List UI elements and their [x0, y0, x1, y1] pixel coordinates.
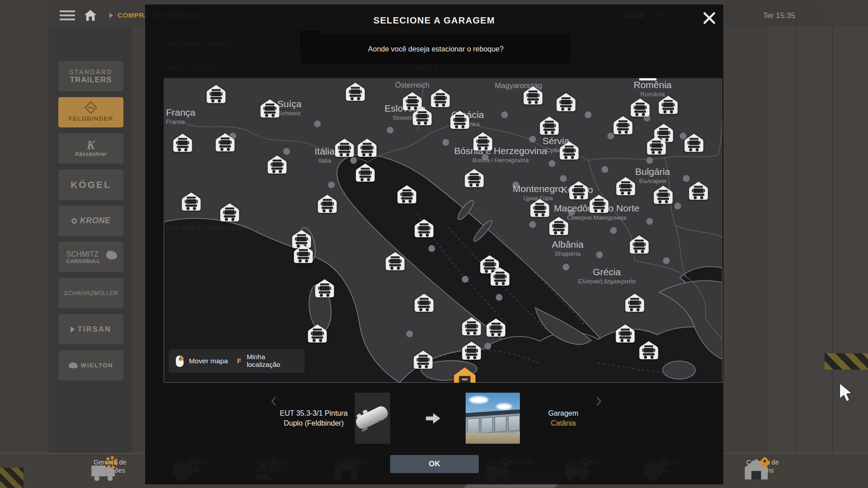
sidebar-brand-wielton[interactable]: WIELTON: [58, 350, 123, 380]
city-dot: [328, 181, 335, 188]
garage-marker-icon[interactable]: [464, 169, 485, 188]
arrow-right-icon: [425, 412, 441, 425]
nav-compra-de-garagens[interactable]: Compra de garagens: [722, 452, 793, 481]
city-dot: [501, 111, 508, 118]
my-location-label[interactable]: Minha localização: [247, 353, 297, 369]
garage-marker-icon[interactable]: [658, 95, 679, 114]
garage-marker-icon[interactable]: [556, 92, 576, 112]
sidebar-brand-krone[interactable]: KRONE: [58, 206, 123, 236]
garage-marker-icon[interactable]: [629, 235, 650, 254]
garage-marker-icon[interactable]: [413, 350, 434, 369]
garage-marker-icon[interactable]: [396, 184, 417, 204]
country-name: Romênia: [633, 80, 671, 90]
hamburger-menu-icon[interactable]: [60, 10, 75, 21]
garage-marker-icon[interactable]: [615, 176, 636, 196]
garage-photo: [466, 393, 520, 444]
garage-marker-icon[interactable]: [646, 136, 667, 155]
sidebar-brand-kogel[interactable]: KÖGEL: [58, 169, 123, 200]
city-dot: [387, 127, 393, 133]
garage-marker-icon[interactable]: [334, 138, 355, 157]
garage-marker-icon[interactable]: [307, 324, 328, 343]
sidebar-brand-feldbinder[interactable]: FFBFELDBINDER: [58, 97, 123, 127]
home-icon[interactable]: [83, 8, 98, 23]
garage-marker-icon[interactable]: [206, 84, 226, 104]
country-name: Suíça: [277, 99, 302, 109]
city-dot: [529, 136, 536, 142]
garage-marker-icon[interactable]: [589, 194, 609, 213]
map-edge-marker: [639, 78, 656, 80]
garage-marker-icon[interactable]: [486, 318, 506, 338]
garage-marker-icon[interactable]: [414, 218, 434, 238]
garage-marker-icon[interactable]: [317, 194, 338, 213]
garage-marker-icon[interactable]: [684, 133, 704, 152]
garage-marker-icon[interactable]: [568, 181, 589, 200]
garage-marker-icon[interactable]: [355, 163, 376, 182]
garage-marker-icon[interactable]: [461, 341, 482, 361]
garage-marker-icon[interactable]: [559, 141, 580, 160]
city-dot: [406, 331, 413, 338]
garage-marker-icon[interactable]: [412, 107, 433, 126]
country-label-albania: AlbâniaShqipëria: [552, 239, 584, 257]
krone-ring-icon: [71, 218, 77, 224]
garage-marker-icon[interactable]: [472, 131, 493, 151]
garage-marker-icon[interactable]: [215, 132, 236, 152]
garage-marker-icon[interactable]: [490, 267, 510, 286]
country-name: Österreich: [395, 80, 429, 89]
garage-marker-icon[interactable]: [293, 244, 314, 263]
garage-marker-icon[interactable]: [172, 133, 193, 152]
garage-marker-icon[interactable]: [624, 293, 645, 312]
move-map-label: Mover mapa: [189, 357, 228, 365]
close-icon[interactable]: [702, 11, 717, 25]
dialog-title: SELECIONE A GARAGEM: [145, 15, 723, 26]
garage-marker-icon[interactable]: [414, 293, 434, 312]
garage-marker-icon[interactable]: [314, 279, 335, 298]
garage-map[interactable]: ÖsterreichMagyarországRomêniaRomâniaSuíç…: [164, 78, 722, 383]
trailer-photo: [355, 393, 390, 444]
ok-button[interactable]: OK: [390, 455, 479, 473]
city-dot: [443, 139, 449, 145]
garage-marker-icon[interactable]: [548, 216, 569, 235]
garage-marker-icon[interactable]: [529, 198, 550, 218]
sidebar-brand-kassbohrer[interactable]: KKässbohrer: [58, 133, 123, 164]
garage-marker-icon[interactable]: [430, 88, 451, 108]
garage-marker-icon[interactable]: [461, 317, 482, 336]
nav-gerente-de-caminhoes[interactable]: Gerente de caminhões: [69, 452, 141, 481]
garage-marker-icon[interactable]: [219, 203, 240, 222]
sidebar-brand-schmitz[interactable]: SCHMITZCARGOBULL: [58, 242, 123, 272]
garage-marker-icon[interactable]: [638, 340, 659, 360]
garage-marker-icon[interactable]: [385, 252, 406, 271]
garage-marker-icon[interactable]: [449, 110, 470, 129]
garage-marker-icon[interactable]: [613, 115, 633, 135]
city-dot: [283, 148, 290, 155]
ghost-text: EUT 35.3-3/1 Pintura Duplo: [165, 224, 249, 231]
garage-marker-icon[interactable]: [653, 185, 674, 205]
feldbinder-diamond-icon: FFB: [85, 101, 97, 113]
garage-marker-icon[interactable]: [181, 192, 202, 211]
garage-marker-icon[interactable]: [539, 116, 560, 136]
garage-marker-icon[interactable]: [615, 324, 636, 343]
breadcrumb-caret-icon: [109, 13, 113, 18]
city-dot: [314, 121, 321, 127]
sidebar-brand-schwarzmuller[interactable]: SCHWARZMÜLLER: [58, 278, 123, 308]
country-name: Albânia: [552, 239, 584, 250]
garage-marker-icon[interactable]: [523, 85, 543, 105]
garage-marker-icon[interactable]: [259, 99, 280, 118]
chevron-right-icon[interactable]: [596, 396, 602, 406]
hazard-stripes: [825, 353, 868, 370]
key-hint-f[interactable]: F: [237, 357, 241, 365]
garage-marker-icon[interactable]: [688, 181, 709, 201]
tirsan-arrow-icon: [71, 326, 75, 333]
sidebar-brand-tirsan[interactable]: TIRSAN: [58, 314, 123, 344]
sidebar-brand-standard-trailers[interactable]: STANDARDTRAILERS: [58, 61, 123, 91]
selected-garage-marker-icon[interactable]: [453, 366, 477, 383]
brand-label: CARGOBULL: [66, 258, 100, 264]
garage-marker-icon[interactable]: [630, 98, 651, 117]
garage-marker-icon[interactable]: [267, 155, 288, 174]
brand-label: KRONE: [80, 216, 111, 225]
select-garage-dialog: SELECIONE A GARAGEM Aonde você deseja es…: [145, 5, 723, 484]
garage-label: Garagem: [548, 409, 579, 418]
garage-marker-icon[interactable]: [345, 82, 366, 102]
garage-marker-icon[interactable]: [357, 138, 377, 157]
city-dot: [562, 263, 569, 270]
selection-strip: EUT 35.3-3/1 Pintura Duplo (Feldbinder): [266, 393, 609, 444]
